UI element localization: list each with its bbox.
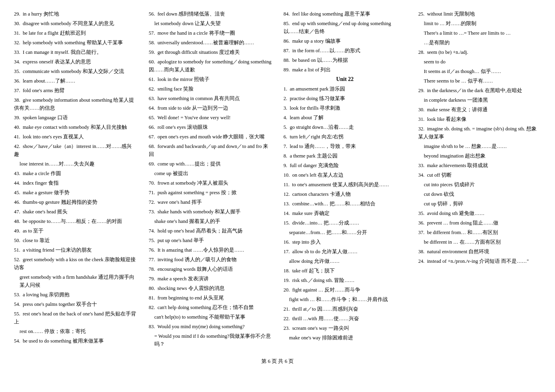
entry: 69. come up with……提出；提供 xyxy=(149,160,272,168)
entry-num: 41. xyxy=(14,134,23,140)
entry-num: 35. xyxy=(418,211,427,216)
column-3: 84. feel like doing something 愿意干某事85. e… xyxy=(282,8,409,352)
entry-text: can't help doing something 忍不住；情不自禁 xyxy=(158,305,254,310)
entry-text: greet somebody with a kiss on the cheek … xyxy=(14,257,136,270)
entry: 45. make a gesture 做手势 xyxy=(14,189,137,197)
entry-text: make a gesture 做手势 xyxy=(23,190,69,195)
entry-text: full of danger 充满危险 xyxy=(290,163,339,168)
entry-text: make sure 弄确定 xyxy=(292,211,329,216)
entry-text: imagine sb/sth to be … 想象……是…… xyxy=(424,144,507,149)
entry: 37. be different from… 和……有区别 xyxy=(418,229,541,236)
entry-num: 12. xyxy=(284,191,292,197)
entry: 4. learn about 了解 xyxy=(284,114,407,122)
entry-num: 23. xyxy=(284,325,292,331)
entry-text: get through difficult situations 度过难关 xyxy=(158,49,240,55)
entry-num: 17. xyxy=(284,249,292,254)
entry-text: universally understood……被普遍理解的…… xyxy=(158,40,254,45)
entry-text: allow sb to do 允许某人做…… xyxy=(292,249,357,254)
entry-text: thrill at／to 因……而感到兴奋 xyxy=(292,306,358,312)
entry: separate…from… 把……和……分开 xyxy=(284,229,407,236)
entry: 9. full of danger 充满危险 xyxy=(284,162,407,169)
entry-num: 69. xyxy=(149,161,158,167)
entry-text: move the hand in a circle 将手绕一圈 xyxy=(158,30,235,36)
entry: 51. a visiting friend 一位来访的朋友 xyxy=(14,246,137,254)
entry-num: 42. xyxy=(14,144,23,149)
entry-num: 49. xyxy=(14,228,23,234)
entry-text: go straight down…沿着……走 xyxy=(290,124,354,130)
entry-text: scream one's way 一路尖叫 xyxy=(292,325,349,331)
entry-num: 67. xyxy=(149,134,158,140)
entry-num: 22. xyxy=(284,316,292,321)
entry-num: 31. xyxy=(418,116,427,122)
entry-num: 7. xyxy=(284,144,290,149)
entry: 23. scream one's way 一路尖叫 xyxy=(284,324,407,332)
entry: 61. look in the mirror 照镜子 xyxy=(149,75,272,83)
entry-num: 56. xyxy=(149,11,158,17)
entry: 7. lead to 通向……，导致，带来 xyxy=(284,142,407,150)
entry-text: make a circle 作圆 xyxy=(23,171,61,176)
entry: 68. forwards and backwards／up and down／t… xyxy=(149,142,272,158)
entry-num: 38. xyxy=(14,97,23,103)
entry-num: 14. xyxy=(284,211,292,216)
entry-text: There's a limit to …= There are limits t… xyxy=(424,30,511,36)
entry-text: help somebody with something 帮助某人干某事 xyxy=(23,40,123,45)
entry-num: 81. xyxy=(149,295,158,301)
entry: 39. spoken language 口语 xyxy=(14,114,137,122)
entry: make one's way 排除困难前进 xyxy=(284,334,407,342)
entry: 41. look into one's eyes 直视某人 xyxy=(14,133,137,141)
entry: 70. frown at somebody 冲某人被眉头 xyxy=(149,179,272,187)
entry-num: 80. xyxy=(149,286,158,291)
entry-text: express oneself 表达某人的意思 xyxy=(23,59,91,65)
entry: 83. Would you mind my(me) doing somethin… xyxy=(149,323,272,331)
column-2: 56. feel down 感到情绪低落、沮丧let somebody down… xyxy=(147,8,274,352)
entry-num: 63. xyxy=(149,96,158,101)
entry-text: lead to 通向……，导致，带来 xyxy=(290,144,356,149)
entry-num: 36. xyxy=(14,78,23,84)
entry-num: 70. xyxy=(149,180,158,186)
entry: 46. thumbs-up gesture 翘起拇指的姿势 xyxy=(14,198,137,206)
entry-num: 58. xyxy=(149,40,158,45)
entry: There seems to be … 似乎有…… xyxy=(418,77,541,85)
entry: 85. end up with something／end up doing s… xyxy=(284,20,407,35)
entry: rest on…… 停放；依靠；寄托 xyxy=(14,327,137,335)
entry-num: 11. xyxy=(284,182,292,187)
entry-num: 79. xyxy=(149,276,158,282)
entry-text: thrill …with 用……使……兴奋 xyxy=(292,316,359,321)
entry: 54. press one's palms together 双手合十 xyxy=(14,300,137,308)
entry-num: 77. xyxy=(149,257,158,262)
entry-num: 9. xyxy=(284,163,290,168)
entry-text: smiling face 笑脸 xyxy=(158,86,194,92)
entry-text: turn left／right 向左/右拐 xyxy=(290,134,344,140)
entry-text: thumbs-up gesture 翘起拇指的姿势 xyxy=(23,199,97,205)
entry-text: allow doing 允许做…… xyxy=(289,258,340,264)
entry: 57. move the hand in a circle 将手绕一圈 xyxy=(149,29,272,37)
entry: 78. encouraging words 鼓舞人心的话语 xyxy=(149,265,272,273)
entry: 30. make sense 有意义；讲得通 xyxy=(418,106,541,114)
entry: 67. open one's eyes and mouth wide 睁大眼睛，… xyxy=(149,133,272,141)
entry: 72. wave one's hand 挥手 xyxy=(149,198,272,206)
entry: It seems as if／as though… 似乎…… xyxy=(418,67,541,75)
entry-text: shake one's hand 握着某人的手 xyxy=(154,219,220,224)
entry: 87. in the form of……以……的形式 xyxy=(284,47,407,55)
entry-num: 38. xyxy=(418,249,427,254)
entry-num: 74. xyxy=(149,228,158,234)
entry-num: 6. xyxy=(284,134,290,140)
entry-text: fold one's arms 抱臂 xyxy=(23,88,65,93)
entry: 37. fold one's arms 抱臂 xyxy=(14,87,137,95)
column-4: 25. without limit 无限制地limit to … 对……的限制T… xyxy=(416,8,543,352)
entry-num: 10. xyxy=(284,172,292,178)
entry: can't help(to) to something 不能帮助干某事 xyxy=(149,313,272,321)
entry-text: rest one's head on the back of one's han… xyxy=(14,311,136,325)
entry-text: be late for a flight 赶航班迟到 xyxy=(23,30,86,36)
entry-num: 47. xyxy=(14,209,23,215)
entry-text: learn about……了解…… xyxy=(23,78,75,84)
entry: 44. index finger 食指 xyxy=(14,179,137,187)
entry-text: give somebody information about somethin… xyxy=(14,97,134,111)
entry-text: …是有限的 xyxy=(424,40,450,45)
entry-text: cut down 砍伐 xyxy=(424,191,454,197)
entry: 32. imagine sb. doing sth. = imagine (sb… xyxy=(418,125,541,141)
entry-num: 32. xyxy=(14,40,23,45)
entry-num: 5. xyxy=(284,124,290,130)
entry: 75. put up one's hand 举手 xyxy=(149,236,272,244)
entry-num: 34. xyxy=(14,59,23,65)
